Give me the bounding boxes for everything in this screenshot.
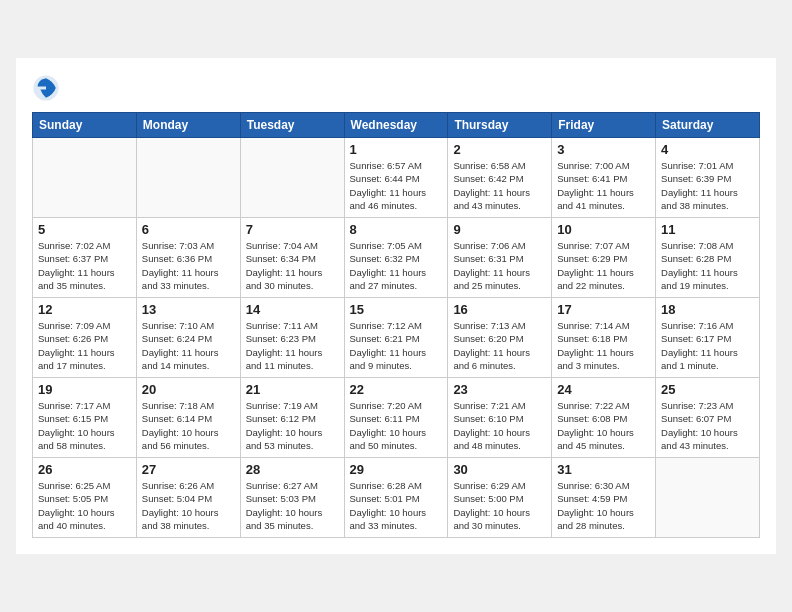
day-info: Sunrise: 7:01 AM Sunset: 6:39 PM Dayligh…: [661, 159, 754, 212]
day-info: Sunrise: 7:23 AM Sunset: 6:07 PM Dayligh…: [661, 399, 754, 452]
day-number: 19: [38, 382, 131, 397]
calendar-cell: 31Sunrise: 6:30 AM Sunset: 4:59 PM Dayli…: [552, 458, 656, 538]
day-info: Sunrise: 7:17 AM Sunset: 6:15 PM Dayligh…: [38, 399, 131, 452]
weekday-header-monday: Monday: [136, 113, 240, 138]
day-info: Sunrise: 6:26 AM Sunset: 5:04 PM Dayligh…: [142, 479, 235, 532]
calendar-cell: 7Sunrise: 7:04 AM Sunset: 6:34 PM Daylig…: [240, 218, 344, 298]
weekday-header-thursday: Thursday: [448, 113, 552, 138]
calendar-cell: 23Sunrise: 7:21 AM Sunset: 6:10 PM Dayli…: [448, 378, 552, 458]
week-row-1: 5Sunrise: 7:02 AM Sunset: 6:37 PM Daylig…: [33, 218, 760, 298]
calendar-cell: 10Sunrise: 7:07 AM Sunset: 6:29 PM Dayli…: [552, 218, 656, 298]
day-info: Sunrise: 7:00 AM Sunset: 6:41 PM Dayligh…: [557, 159, 650, 212]
day-number: 25: [661, 382, 754, 397]
calendar-cell: 1Sunrise: 6:57 AM Sunset: 6:44 PM Daylig…: [344, 138, 448, 218]
day-number: 12: [38, 302, 131, 317]
day-info: Sunrise: 7:11 AM Sunset: 6:23 PM Dayligh…: [246, 319, 339, 372]
calendar-cell: 14Sunrise: 7:11 AM Sunset: 6:23 PM Dayli…: [240, 298, 344, 378]
calendar-cell: 18Sunrise: 7:16 AM Sunset: 6:17 PM Dayli…: [656, 298, 760, 378]
calendar-cell: 17Sunrise: 7:14 AM Sunset: 6:18 PM Dayli…: [552, 298, 656, 378]
day-info: Sunrise: 6:27 AM Sunset: 5:03 PM Dayligh…: [246, 479, 339, 532]
day-number: 22: [350, 382, 443, 397]
calendar-cell: 2Sunrise: 6:58 AM Sunset: 6:42 PM Daylig…: [448, 138, 552, 218]
calendar-cell: [136, 138, 240, 218]
day-number: 5: [38, 222, 131, 237]
day-info: Sunrise: 7:06 AM Sunset: 6:31 PM Dayligh…: [453, 239, 546, 292]
day-info: Sunrise: 7:03 AM Sunset: 6:36 PM Dayligh…: [142, 239, 235, 292]
week-row-2: 12Sunrise: 7:09 AM Sunset: 6:26 PM Dayli…: [33, 298, 760, 378]
day-info: Sunrise: 6:30 AM Sunset: 4:59 PM Dayligh…: [557, 479, 650, 532]
calendar-cell: 27Sunrise: 6:26 AM Sunset: 5:04 PM Dayli…: [136, 458, 240, 538]
calendar-cell: 8Sunrise: 7:05 AM Sunset: 6:32 PM Daylig…: [344, 218, 448, 298]
day-number: 21: [246, 382, 339, 397]
day-number: 17: [557, 302, 650, 317]
day-number: 18: [661, 302, 754, 317]
calendar-cell: 13Sunrise: 7:10 AM Sunset: 6:24 PM Dayli…: [136, 298, 240, 378]
calendar-cell: 25Sunrise: 7:23 AM Sunset: 6:07 PM Dayli…: [656, 378, 760, 458]
day-number: 31: [557, 462, 650, 477]
day-number: 7: [246, 222, 339, 237]
calendar-cell: [656, 458, 760, 538]
calendar-container: SundayMondayTuesdayWednesdayThursdayFrid…: [16, 58, 776, 554]
day-number: 29: [350, 462, 443, 477]
calendar-cell: 12Sunrise: 7:09 AM Sunset: 6:26 PM Dayli…: [33, 298, 137, 378]
calendar-cell: 11Sunrise: 7:08 AM Sunset: 6:28 PM Dayli…: [656, 218, 760, 298]
day-info: Sunrise: 7:13 AM Sunset: 6:20 PM Dayligh…: [453, 319, 546, 372]
day-info: Sunrise: 6:28 AM Sunset: 5:01 PM Dayligh…: [350, 479, 443, 532]
day-number: 10: [557, 222, 650, 237]
day-number: 30: [453, 462, 546, 477]
calendar-cell: 16Sunrise: 7:13 AM Sunset: 6:20 PM Dayli…: [448, 298, 552, 378]
week-row-4: 26Sunrise: 6:25 AM Sunset: 5:05 PM Dayli…: [33, 458, 760, 538]
week-row-0: 1Sunrise: 6:57 AM Sunset: 6:44 PM Daylig…: [33, 138, 760, 218]
day-number: 2: [453, 142, 546, 157]
day-info: Sunrise: 7:02 AM Sunset: 6:37 PM Dayligh…: [38, 239, 131, 292]
calendar-cell: [33, 138, 137, 218]
calendar-cell: 26Sunrise: 6:25 AM Sunset: 5:05 PM Dayli…: [33, 458, 137, 538]
day-info: Sunrise: 7:19 AM Sunset: 6:12 PM Dayligh…: [246, 399, 339, 452]
day-number: 24: [557, 382, 650, 397]
day-number: 14: [246, 302, 339, 317]
day-number: 23: [453, 382, 546, 397]
weekday-header-tuesday: Tuesday: [240, 113, 344, 138]
week-row-3: 19Sunrise: 7:17 AM Sunset: 6:15 PM Dayli…: [33, 378, 760, 458]
day-number: 4: [661, 142, 754, 157]
day-info: Sunrise: 7:04 AM Sunset: 6:34 PM Dayligh…: [246, 239, 339, 292]
calendar-cell: 5Sunrise: 7:02 AM Sunset: 6:37 PM Daylig…: [33, 218, 137, 298]
calendar-cell: 30Sunrise: 6:29 AM Sunset: 5:00 PM Dayli…: [448, 458, 552, 538]
logo-area: [32, 74, 64, 102]
day-info: Sunrise: 7:12 AM Sunset: 6:21 PM Dayligh…: [350, 319, 443, 372]
calendar-cell: 15Sunrise: 7:12 AM Sunset: 6:21 PM Dayli…: [344, 298, 448, 378]
calendar-cell: 29Sunrise: 6:28 AM Sunset: 5:01 PM Dayli…: [344, 458, 448, 538]
day-info: Sunrise: 6:29 AM Sunset: 5:00 PM Dayligh…: [453, 479, 546, 532]
weekday-header-sunday: Sunday: [33, 113, 137, 138]
day-number: 8: [350, 222, 443, 237]
weekday-header-friday: Friday: [552, 113, 656, 138]
day-info: Sunrise: 6:57 AM Sunset: 6:44 PM Dayligh…: [350, 159, 443, 212]
day-info: Sunrise: 7:18 AM Sunset: 6:14 PM Dayligh…: [142, 399, 235, 452]
general-blue-icon: [32, 74, 60, 102]
calendar-cell: 24Sunrise: 7:22 AM Sunset: 6:08 PM Dayli…: [552, 378, 656, 458]
calendar-cell: 6Sunrise: 7:03 AM Sunset: 6:36 PM Daylig…: [136, 218, 240, 298]
calendar-cell: 28Sunrise: 6:27 AM Sunset: 5:03 PM Dayli…: [240, 458, 344, 538]
day-info: Sunrise: 7:10 AM Sunset: 6:24 PM Dayligh…: [142, 319, 235, 372]
calendar-cell: 20Sunrise: 7:18 AM Sunset: 6:14 PM Dayli…: [136, 378, 240, 458]
calendar-cell: 4Sunrise: 7:01 AM Sunset: 6:39 PM Daylig…: [656, 138, 760, 218]
day-info: Sunrise: 7:14 AM Sunset: 6:18 PM Dayligh…: [557, 319, 650, 372]
day-number: 11: [661, 222, 754, 237]
day-info: Sunrise: 6:58 AM Sunset: 6:42 PM Dayligh…: [453, 159, 546, 212]
day-info: Sunrise: 7:09 AM Sunset: 6:26 PM Dayligh…: [38, 319, 131, 372]
day-info: Sunrise: 7:05 AM Sunset: 6:32 PM Dayligh…: [350, 239, 443, 292]
day-number: 28: [246, 462, 339, 477]
calendar-cell: 22Sunrise: 7:20 AM Sunset: 6:11 PM Dayli…: [344, 378, 448, 458]
day-number: 20: [142, 382, 235, 397]
day-info: Sunrise: 7:08 AM Sunset: 6:28 PM Dayligh…: [661, 239, 754, 292]
day-number: 6: [142, 222, 235, 237]
day-number: 3: [557, 142, 650, 157]
day-info: Sunrise: 7:21 AM Sunset: 6:10 PM Dayligh…: [453, 399, 546, 452]
day-number: 13: [142, 302, 235, 317]
day-info: Sunrise: 7:07 AM Sunset: 6:29 PM Dayligh…: [557, 239, 650, 292]
calendar-cell: 21Sunrise: 7:19 AM Sunset: 6:12 PM Dayli…: [240, 378, 344, 458]
day-number: 9: [453, 222, 546, 237]
day-number: 26: [38, 462, 131, 477]
day-info: Sunrise: 7:22 AM Sunset: 6:08 PM Dayligh…: [557, 399, 650, 452]
header-area: [32, 74, 760, 102]
